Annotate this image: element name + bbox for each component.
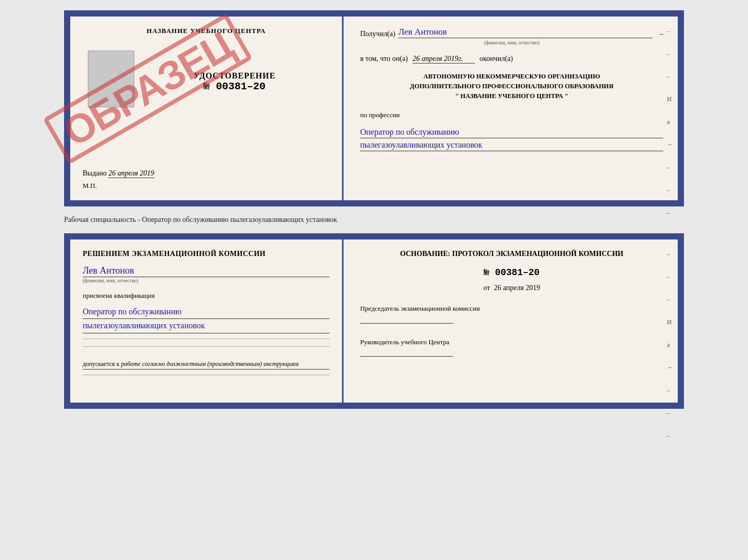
org-block: АВТОНОМНУЮ НЕКОММЕРЧЕСКУЮ ОРГАНИЗАЦИЮ ДО… bbox=[360, 72, 663, 101]
prisvoena-label: присвоена квалификация bbox=[83, 292, 330, 300]
qual-book: Решением экзаменационной комиссии Лев Ан… bbox=[64, 233, 684, 409]
predsedatel-label: Председатель экзаменационной комиссии bbox=[360, 305, 480, 312]
dashes-right-bottom: – – – И а ← – – – bbox=[667, 250, 674, 440]
ot-date: от 26 апреля 2019 bbox=[360, 284, 663, 292]
po-professii-label: по профессии bbox=[360, 111, 663, 119]
org-line2: ДОПОЛНИТЕЛЬНОГО ПРОФЕССИОНАЛЬНОГО ОБРАЗО… bbox=[360, 82, 663, 91]
vydano-date: 26 апреля 2019 bbox=[108, 169, 154, 178]
rukovoditel-block: Руководитель учебного Центра bbox=[360, 337, 663, 359]
dash-after-name: – bbox=[660, 30, 663, 38]
qual-fio-sub: (фамилия, имя, отчество) bbox=[83, 277, 330, 283]
vydano-row: Выдано 26 апреля 2019 bbox=[83, 164, 330, 178]
okончил-label: окончил(а) bbox=[479, 55, 513, 62]
mp-row: М.П. bbox=[83, 182, 330, 190]
middle-caption: Рабочая специальность - Оператор по обсл… bbox=[64, 212, 684, 228]
professiya-line2: пылегазоулавливающих установок bbox=[360, 140, 663, 151]
diploma-right-panel: Получил(а) Лев Антонов – (фамилия, имя, … bbox=[344, 17, 678, 200]
osnovanie-label: Основание: протокол экзаменационной коми… bbox=[360, 250, 663, 258]
poluchil-row: Получил(а) Лев Антонов – bbox=[360, 27, 663, 38]
poluchil-label: Получил(а) bbox=[360, 30, 395, 38]
udostoverenie-number: № 00381–20 bbox=[204, 81, 266, 92]
certificate-container: НАЗВАНИЕ УЧЕБНОГО ЦЕНТРА УДОСТОВЕРЕНИЕ №… bbox=[64, 10, 684, 409]
vtom-row: в том, что он(а) 26 апреля 2019г. окончи… bbox=[360, 55, 663, 63]
dopuskaetsya-italic: работе согласно должностным (производств… bbox=[121, 360, 299, 367]
predsedatel-signature-line bbox=[360, 323, 453, 324]
qual-fio: Лев Антонов bbox=[83, 265, 330, 276]
ot-date-value: 26 апреля 2019 bbox=[494, 284, 540, 292]
school-name-top: НАЗВАНИЕ УЧЕБНОГО ЦЕНТРА bbox=[83, 27, 330, 35]
qual-name-line1: Оператор по обслуживанию bbox=[83, 306, 330, 319]
photo-placeholder bbox=[88, 51, 134, 107]
udostoverenie-block: УДОСТОВЕРЕНИЕ № 00381–20 bbox=[139, 71, 330, 92]
vtom-prefix: в том, что он(а) bbox=[360, 55, 408, 62]
separator-1 bbox=[83, 339, 330, 339]
dashes-right-top: – – – И а ← – – – bbox=[667, 27, 674, 217]
protocol-number: № 00381–20 bbox=[360, 267, 663, 278]
resheniem-title: Решением экзаменационной комиссии bbox=[83, 250, 330, 258]
vtom-date: 26 апреля 2019г. bbox=[413, 55, 475, 63]
diploma-left-panel: НАЗВАНИЕ УЧЕБНОГО ЦЕНТРА УДОСТОВЕРЕНИЕ №… bbox=[70, 17, 344, 200]
org-line1: АВТОНОМНУЮ НЕКОММЕРЧЕСКУЮ ОРГАНИЗАЦИЮ bbox=[360, 72, 663, 82]
predsedatel-block: Председатель экзаменационной комиссии bbox=[360, 303, 663, 326]
udostoverenie-title: УДОСТОВЕРЕНИЕ bbox=[194, 71, 276, 81]
fio-sub-top: (фамилия, имя, отчество) bbox=[360, 40, 663, 45]
org-line3: " НАЗВАНИЕ УЧЕБНОГО ЦЕНТРА " bbox=[360, 91, 663, 101]
ot-prefix: от bbox=[484, 284, 490, 292]
separator-3 bbox=[83, 375, 330, 375]
rukovoditel-signature-line bbox=[360, 356, 453, 357]
dopuskaetsya-prefix: допускается к bbox=[83, 360, 119, 367]
diploma-book: НАЗВАНИЕ УЧЕБНОГО ЦЕНТРА УДОСТОВЕРЕНИЕ №… bbox=[64, 10, 684, 206]
poluchil-name: Лев Антонов bbox=[398, 27, 652, 38]
dopuskaetsya-row: допускается к работе согласно должностны… bbox=[83, 360, 330, 370]
separator-2 bbox=[83, 346, 330, 347]
qual-right-panel: Основание: протокол экзаменационной коми… bbox=[344, 239, 678, 403]
professiya-line1: Оператор по обслуживанию bbox=[360, 127, 663, 138]
rukovoditel-label: Руководитель учебного Центра bbox=[360, 338, 449, 346]
vydano-label: Выдано bbox=[83, 169, 107, 177]
qual-name-line2: пылегазоулавливающих установок bbox=[83, 320, 330, 333]
qual-left-panel: Решением экзаменационной комиссии Лев Ан… bbox=[70, 239, 344, 403]
